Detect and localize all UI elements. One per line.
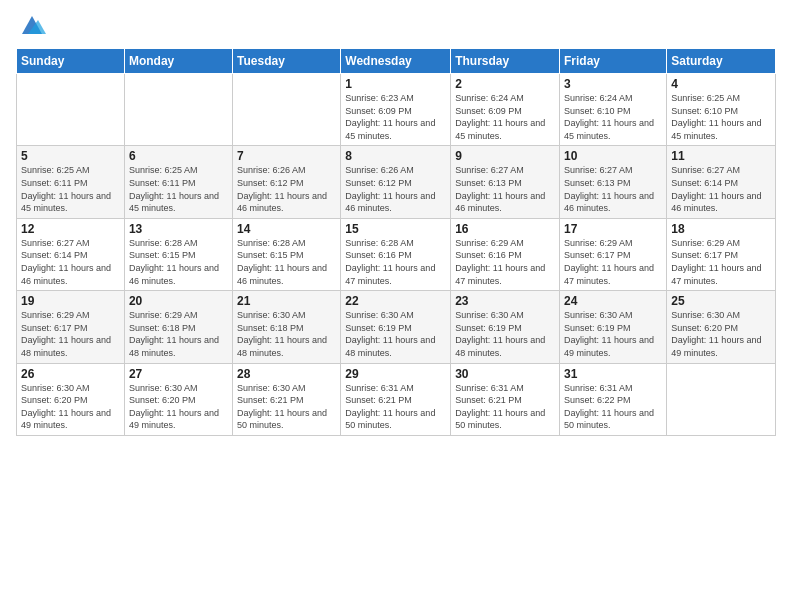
day-number: 7 <box>237 149 336 163</box>
day-number: 29 <box>345 367 446 381</box>
day-info: Sunrise: 6:28 AMSunset: 6:16 PMDaylight:… <box>345 237 446 287</box>
day-number: 17 <box>564 222 662 236</box>
calendar-cell: 24Sunrise: 6:30 AMSunset: 6:19 PMDayligh… <box>560 291 667 363</box>
day-info: Sunrise: 6:29 AMSunset: 6:16 PMDaylight:… <box>455 237 555 287</box>
day-info: Sunrise: 6:28 AMSunset: 6:15 PMDaylight:… <box>129 237 228 287</box>
day-number: 1 <box>345 77 446 91</box>
calendar-cell: 31Sunrise: 6:31 AMSunset: 6:22 PMDayligh… <box>560 363 667 435</box>
day-number: 16 <box>455 222 555 236</box>
calendar-cell: 21Sunrise: 6:30 AMSunset: 6:18 PMDayligh… <box>233 291 341 363</box>
calendar-cell: 2Sunrise: 6:24 AMSunset: 6:09 PMDaylight… <box>451 74 560 146</box>
day-number: 10 <box>564 149 662 163</box>
calendar-cell: 20Sunrise: 6:29 AMSunset: 6:18 PMDayligh… <box>124 291 232 363</box>
calendar-cell: 5Sunrise: 6:25 AMSunset: 6:11 PMDaylight… <box>17 146 125 218</box>
day-number: 30 <box>455 367 555 381</box>
day-number: 20 <box>129 294 228 308</box>
day-header-thursday: Thursday <box>451 49 560 74</box>
calendar-cell: 18Sunrise: 6:29 AMSunset: 6:17 PMDayligh… <box>667 218 776 290</box>
day-info: Sunrise: 6:31 AMSunset: 6:21 PMDaylight:… <box>455 382 555 432</box>
day-number: 24 <box>564 294 662 308</box>
day-info: Sunrise: 6:30 AMSunset: 6:18 PMDaylight:… <box>237 309 336 359</box>
calendar-week-2: 5Sunrise: 6:25 AMSunset: 6:11 PMDaylight… <box>17 146 776 218</box>
calendar-cell: 28Sunrise: 6:30 AMSunset: 6:21 PMDayligh… <box>233 363 341 435</box>
calendar-week-5: 26Sunrise: 6:30 AMSunset: 6:20 PMDayligh… <box>17 363 776 435</box>
day-number: 31 <box>564 367 662 381</box>
calendar-cell: 30Sunrise: 6:31 AMSunset: 6:21 PMDayligh… <box>451 363 560 435</box>
day-info: Sunrise: 6:30 AMSunset: 6:19 PMDaylight:… <box>564 309 662 359</box>
calendar-cell <box>667 363 776 435</box>
calendar-cell: 26Sunrise: 6:30 AMSunset: 6:20 PMDayligh… <box>17 363 125 435</box>
calendar-week-3: 12Sunrise: 6:27 AMSunset: 6:14 PMDayligh… <box>17 218 776 290</box>
calendar-cell: 4Sunrise: 6:25 AMSunset: 6:10 PMDaylight… <box>667 74 776 146</box>
day-info: Sunrise: 6:29 AMSunset: 6:17 PMDaylight:… <box>671 237 771 287</box>
day-info: Sunrise: 6:25 AMSunset: 6:11 PMDaylight:… <box>21 164 120 214</box>
day-info: Sunrise: 6:24 AMSunset: 6:10 PMDaylight:… <box>564 92 662 142</box>
day-info: Sunrise: 6:29 AMSunset: 6:17 PMDaylight:… <box>21 309 120 359</box>
day-info: Sunrise: 6:28 AMSunset: 6:15 PMDaylight:… <box>237 237 336 287</box>
calendar-header-row: SundayMondayTuesdayWednesdayThursdayFrid… <box>17 49 776 74</box>
day-number: 19 <box>21 294 120 308</box>
day-number: 8 <box>345 149 446 163</box>
calendar-cell: 16Sunrise: 6:29 AMSunset: 6:16 PMDayligh… <box>451 218 560 290</box>
day-info: Sunrise: 6:27 AMSunset: 6:13 PMDaylight:… <box>455 164 555 214</box>
calendar-cell <box>233 74 341 146</box>
day-header-monday: Monday <box>124 49 232 74</box>
day-info: Sunrise: 6:27 AMSunset: 6:14 PMDaylight:… <box>21 237 120 287</box>
day-number: 14 <box>237 222 336 236</box>
day-info: Sunrise: 6:25 AMSunset: 6:11 PMDaylight:… <box>129 164 228 214</box>
calendar: SundayMondayTuesdayWednesdayThursdayFrid… <box>16 48 776 436</box>
day-info: Sunrise: 6:27 AMSunset: 6:13 PMDaylight:… <box>564 164 662 214</box>
day-info: Sunrise: 6:30 AMSunset: 6:19 PMDaylight:… <box>455 309 555 359</box>
day-header-wednesday: Wednesday <box>341 49 451 74</box>
day-info: Sunrise: 6:30 AMSunset: 6:20 PMDaylight:… <box>21 382 120 432</box>
calendar-cell <box>124 74 232 146</box>
day-number: 2 <box>455 77 555 91</box>
day-number: 27 <box>129 367 228 381</box>
day-info: Sunrise: 6:25 AMSunset: 6:10 PMDaylight:… <box>671 92 771 142</box>
day-info: Sunrise: 6:30 AMSunset: 6:20 PMDaylight:… <box>671 309 771 359</box>
day-number: 6 <box>129 149 228 163</box>
day-info: Sunrise: 6:26 AMSunset: 6:12 PMDaylight:… <box>237 164 336 214</box>
calendar-cell: 1Sunrise: 6:23 AMSunset: 6:09 PMDaylight… <box>341 74 451 146</box>
day-info: Sunrise: 6:31 AMSunset: 6:22 PMDaylight:… <box>564 382 662 432</box>
day-number: 26 <box>21 367 120 381</box>
day-number: 25 <box>671 294 771 308</box>
calendar-cell: 15Sunrise: 6:28 AMSunset: 6:16 PMDayligh… <box>341 218 451 290</box>
calendar-cell: 12Sunrise: 6:27 AMSunset: 6:14 PMDayligh… <box>17 218 125 290</box>
calendar-week-4: 19Sunrise: 6:29 AMSunset: 6:17 PMDayligh… <box>17 291 776 363</box>
day-info: Sunrise: 6:30 AMSunset: 6:21 PMDaylight:… <box>237 382 336 432</box>
day-header-tuesday: Tuesday <box>233 49 341 74</box>
page: SundayMondayTuesdayWednesdayThursdayFrid… <box>0 0 792 612</box>
day-header-saturday: Saturday <box>667 49 776 74</box>
calendar-cell: 13Sunrise: 6:28 AMSunset: 6:15 PMDayligh… <box>124 218 232 290</box>
day-info: Sunrise: 6:26 AMSunset: 6:12 PMDaylight:… <box>345 164 446 214</box>
day-number: 28 <box>237 367 336 381</box>
day-number: 22 <box>345 294 446 308</box>
calendar-cell: 10Sunrise: 6:27 AMSunset: 6:13 PMDayligh… <box>560 146 667 218</box>
calendar-cell: 25Sunrise: 6:30 AMSunset: 6:20 PMDayligh… <box>667 291 776 363</box>
day-number: 13 <box>129 222 228 236</box>
calendar-cell: 23Sunrise: 6:30 AMSunset: 6:19 PMDayligh… <box>451 291 560 363</box>
calendar-cell: 27Sunrise: 6:30 AMSunset: 6:20 PMDayligh… <box>124 363 232 435</box>
day-header-sunday: Sunday <box>17 49 125 74</box>
logo <box>16 10 46 40</box>
calendar-cell: 6Sunrise: 6:25 AMSunset: 6:11 PMDaylight… <box>124 146 232 218</box>
day-number: 23 <box>455 294 555 308</box>
calendar-cell: 7Sunrise: 6:26 AMSunset: 6:12 PMDaylight… <box>233 146 341 218</box>
day-info: Sunrise: 6:31 AMSunset: 6:21 PMDaylight:… <box>345 382 446 432</box>
day-number: 5 <box>21 149 120 163</box>
day-info: Sunrise: 6:24 AMSunset: 6:09 PMDaylight:… <box>455 92 555 142</box>
day-number: 12 <box>21 222 120 236</box>
calendar-cell: 9Sunrise: 6:27 AMSunset: 6:13 PMDaylight… <box>451 146 560 218</box>
day-info: Sunrise: 6:30 AMSunset: 6:20 PMDaylight:… <box>129 382 228 432</box>
calendar-cell: 3Sunrise: 6:24 AMSunset: 6:10 PMDaylight… <box>560 74 667 146</box>
calendar-cell: 19Sunrise: 6:29 AMSunset: 6:17 PMDayligh… <box>17 291 125 363</box>
calendar-cell: 14Sunrise: 6:28 AMSunset: 6:15 PMDayligh… <box>233 218 341 290</box>
day-info: Sunrise: 6:30 AMSunset: 6:19 PMDaylight:… <box>345 309 446 359</box>
calendar-cell: 8Sunrise: 6:26 AMSunset: 6:12 PMDaylight… <box>341 146 451 218</box>
calendar-cell: 11Sunrise: 6:27 AMSunset: 6:14 PMDayligh… <box>667 146 776 218</box>
day-number: 15 <box>345 222 446 236</box>
calendar-cell <box>17 74 125 146</box>
day-number: 9 <box>455 149 555 163</box>
calendar-cell: 29Sunrise: 6:31 AMSunset: 6:21 PMDayligh… <box>341 363 451 435</box>
